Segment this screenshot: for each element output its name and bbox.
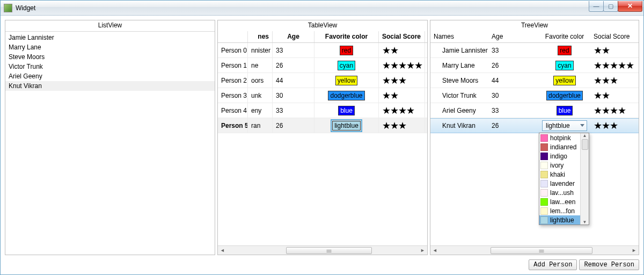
color-chip[interactable]: cyan [338,61,355,70]
dropdown-scrollbar[interactable]: ▲ ▼ [580,133,589,225]
tree-row[interactable]: Knut Vikran26lightblue★★★ [430,118,639,133]
color-chip[interactable]: red [340,46,353,55]
table-header-id[interactable] [218,31,248,42]
color-chip[interactable]: blue [557,106,573,115]
color-chip[interactable]: cyan [555,61,573,70]
chevron-down-icon [580,124,584,127]
list-item[interactable]: Victor Trunk [5,62,215,71]
cell-favcolor[interactable]: lightblue [539,119,590,133]
cell-favcolor[interactable]: cyan [314,58,379,73]
table-header-favcolor[interactable]: Favorite color [314,31,379,42]
cell-person-id: Person 5 [218,118,248,133]
tree-header-score[interactable]: Social Score [590,31,639,42]
remove-person-button[interactable]: Remove Person [579,259,639,270]
color-chip[interactable]: dodgerblue [546,91,583,100]
cell-favcolor[interactable]: blue [539,103,590,118]
scroll-left-icon[interactable]: ◄ [430,246,440,255]
cell-age: 26 [273,118,314,133]
cell-person-id: Person 4 [218,103,248,118]
dropdown-option-label: law...een [550,198,578,206]
color-chip[interactable]: lightblue [332,121,361,131]
dropdown-option[interactable]: indigo [539,151,580,161]
list-item[interactable]: Ariel Geeny [5,71,215,81]
star-icon: ★★ [594,91,610,100]
table-header-names[interactable]: nes [248,31,273,42]
cell-score: ★★★★★ [590,58,639,73]
cell-name-fragment: oors [248,73,273,88]
table-hscrollbar[interactable]: ◄ ► [218,245,427,255]
cell-favcolor[interactable]: lightblue [314,118,379,133]
cell-favcolor[interactable]: yellow [314,73,379,88]
dropdown-option[interactable]: hotpink [539,133,580,142]
color-chip[interactable]: yellow [553,76,575,85]
dropdown-option[interactable]: lightblue [539,215,580,225]
scroll-right-icon[interactable]: ► [630,246,639,255]
color-dropdown[interactable]: hotpinkindianredindigoivorykhakilavender… [539,133,589,225]
table-header-score[interactable]: Social Score [379,31,425,42]
list-item[interactable]: Knut Vikran [5,81,215,91]
table-row[interactable]: Person 2oors44yellow★★★ [218,73,427,88]
table-header-age[interactable]: Age [273,31,314,42]
treeview-title: TreeView [430,20,639,31]
tree-row[interactable]: Ariel Geeny33blue★★★★ [430,103,639,118]
tree-row[interactable]: Victor Trunk30dodgerblue★★ [430,88,639,103]
window-title: Widget [16,4,589,12]
listview-panel: ListView Jamie LannisterMarry LaneSteve … [5,20,215,255]
cell-favcolor[interactable]: yellow [539,73,590,88]
cell-name: Steve Moors [430,73,488,88]
table-row[interactable]: Person 4eny33blue★★★★ [218,103,427,118]
cell-favcolor[interactable]: red [539,43,590,57]
scroll-up-icon[interactable]: ▲ [583,133,587,138]
color-chip[interactable]: blue [338,106,355,115]
list-item[interactable]: Jamie Lannister [5,33,215,42]
color-combobox[interactable]: lightblue [542,120,587,131]
add-person-button[interactable]: Add Person [529,259,577,270]
star-icon: ★★★★ [594,106,626,115]
maximize-button[interactable]: ▢ [603,1,618,12]
tableview[interactable]: nes Age Favorite color Social Score Pers… [218,31,427,255]
scroll-right-icon[interactable]: ► [418,246,427,255]
table-row[interactable]: Person 1ne26cyan★★★★★ [218,58,427,73]
dropdown-option[interactable]: lem...fon [539,206,580,215]
tree-row[interactable]: Marry Lane26cyan★★★★★ [430,58,639,73]
cell-name-fragment: ne [248,58,273,73]
tree-hscrollbar[interactable]: ◄ ► [430,245,639,255]
minimize-button[interactable]: — [589,1,604,12]
dropdown-option[interactable]: ivory [539,161,580,170]
dropdown-option[interactable]: lavender [539,179,580,188]
cell-age: 26 [488,119,539,133]
color-chip[interactable]: dodgerblue [328,91,364,100]
scroll-thumb[interactable] [582,139,588,150]
cell-favcolor[interactable]: cyan [539,58,590,73]
cell-favcolor[interactable]: dodgerblue [539,88,590,103]
dropdown-option-label: ivory [550,162,578,169]
cell-favcolor[interactable]: red [314,43,379,57]
cell-name-fragment: unk [248,88,273,103]
tree-header-favcolor[interactable]: Favorite color [539,31,590,42]
treeview[interactable]: Names Age Favorite color Social Score Ja… [430,31,639,255]
tree-header-names[interactable]: Names [430,31,488,42]
list-item[interactable]: Steve Moors [5,52,215,62]
close-button[interactable]: ✕ [618,1,642,12]
listview[interactable]: Jamie LannisterMarry LaneSteve MoorsVict… [5,31,215,255]
tree-row[interactable]: Steve Moors44yellow★★★ [430,73,639,88]
color-chip[interactable]: yellow [335,76,357,85]
scroll-left-icon[interactable]: ◄ [218,246,227,255]
cell-score: ★★★ [590,73,639,88]
cell-favcolor[interactable]: dodgerblue [314,88,379,103]
color-chip[interactable]: red [558,46,571,55]
list-item[interactable]: Marry Lane [5,42,215,52]
dropdown-option[interactable]: khaki [539,170,580,179]
cell-favcolor[interactable]: blue [314,103,379,118]
dropdown-option[interactable]: law...een [539,197,580,206]
table-row[interactable]: Person 5ran26lightblue★★★ [218,118,427,133]
cell-age: 30 [273,88,314,103]
tree-header-age[interactable]: Age [488,31,539,42]
dropdown-option[interactable]: indianred [539,142,580,151]
scroll-down-icon[interactable]: ▼ [583,220,587,225]
table-row[interactable]: Person 3unk30dodgerblue★★ [218,88,427,103]
cell-name: Ariel Geeny [430,103,488,118]
dropdown-option[interactable]: lav...ush [539,188,580,197]
tree-row[interactable]: Jamie Lannister33red★★ [430,43,639,58]
table-row[interactable]: Person 0nnister33red★★ [218,43,427,58]
